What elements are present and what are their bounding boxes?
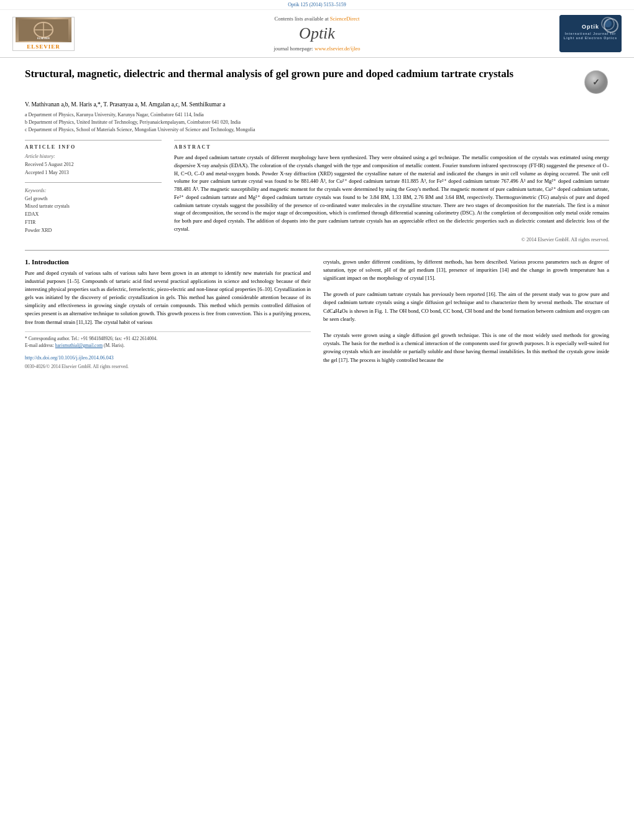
keywords-label: Keywords: xyxy=(25,188,162,193)
issn-text: 0030-4026/© 2014 Elsevier GmbH. All righ… xyxy=(25,364,129,369)
intro-col-left: 1. Introduction Pure and doped crystals … xyxy=(25,258,311,370)
affiliation-c: c Department of Physics, School of Mater… xyxy=(25,126,609,134)
info-divider xyxy=(25,182,162,183)
publisher-logo-area: ELSEVIER ELSEVIER xyxy=(6,15,81,52)
elsevier-logo: ELSEVIER ELSEVIER xyxy=(12,17,75,51)
abstract-section: ABSTRACT Pure and doped cadmium tartrate… xyxy=(174,140,609,242)
section-divider xyxy=(25,250,609,251)
journal-ref-bar: Optik 125 (2014) 5153–5159 xyxy=(0,0,634,10)
history-label: Article history: xyxy=(25,154,162,159)
keyword-1: Gel growth xyxy=(25,195,162,203)
info-dates: Received 5 August 2012 Accepted 1 May 20… xyxy=(25,161,162,177)
affiliations: a Department of Physics, Karunya Univers… xyxy=(25,111,609,134)
authors: V. Mathivanan a,b, M. Haris a,*, T. Pras… xyxy=(25,101,609,108)
article-info-col: ARTICLE INFO Article history: Received 5… xyxy=(25,140,162,242)
header: ELSEVIER ELSEVIER Contents lists availab… xyxy=(0,10,634,58)
doi-section: http://dx.doi.org/10.1016/j.ijleo.2014.0… xyxy=(25,354,311,361)
copyright: © 2014 Elsevier GmbH. All rights reserve… xyxy=(174,237,609,242)
svg-point-10 xyxy=(604,20,612,27)
article-info-abstract: ARTICLE INFO Article history: Received 5… xyxy=(25,140,609,242)
footnote-section: * Corresponding author. Tel.: +91 984184… xyxy=(25,331,311,349)
introduction-section: 1. Introduction Pure and doped crystals … xyxy=(25,258,609,370)
sciencedirect-info: Contents lists available at ScienceDirec… xyxy=(275,16,360,22)
affiliation-a: a Department of Physics, Karunya Univers… xyxy=(25,111,609,119)
intro-text-col2: crystals, grown under different conditio… xyxy=(323,258,609,364)
issn-section: 0030-4026/© 2014 Elsevier GmbH. All righ… xyxy=(25,362,311,369)
article-title: Structural, magnetic, dielectric and the… xyxy=(25,67,578,81)
email-link[interactable]: harismuthial@gmail.com xyxy=(55,343,103,348)
keywords-list: Gel growth Mixed tartrate crystals EDAX … xyxy=(25,195,162,235)
svg-text:Optik: Optik xyxy=(582,24,599,30)
header-center: Contents lists available at ScienceDirec… xyxy=(87,15,547,52)
journal-ref: Optik 125 (2014) 5153–5159 xyxy=(288,2,346,7)
article-content: Structural, magnetic, dielectric and the… xyxy=(0,58,634,379)
footnote-corresponding: * Corresponding author. Tel.: +91 984184… xyxy=(25,335,311,342)
abstract-col: ABSTRACT Pure and doped cadmium tartrate… xyxy=(174,140,609,242)
keyword-4: FTIR xyxy=(25,219,162,227)
article-info-label: ARTICLE INFO xyxy=(25,144,162,150)
article-history: Article history: Received 5 August 2012 … xyxy=(25,154,162,177)
svg-text:Light and Electron Optics: Light and Electron Optics xyxy=(564,36,617,40)
intro-text-col1: Pure and doped crystals of various salts… xyxy=(25,269,311,326)
elsevier-image: ELSEVIER xyxy=(16,17,71,42)
optik-logo-area: Optik International Journal for Light an… xyxy=(553,15,628,52)
intro-heading: 1. Introduction xyxy=(25,258,311,265)
article-info-box: ARTICLE INFO Article history: Received 5… xyxy=(25,140,162,235)
crossmark-icon: ✓ xyxy=(584,70,608,94)
crossmark-badge[interactable]: ✓ xyxy=(584,70,609,95)
homepage-link[interactable]: www.elsevier.de/ijleo xyxy=(315,45,361,52)
svg-text:✓: ✓ xyxy=(592,77,600,87)
article-title-area: Structural, magnetic, dielectric and the… xyxy=(25,67,609,95)
affiliation-b: b Department of Physics, United Institut… xyxy=(25,119,609,126)
received-date: Received 5 August 2012 xyxy=(25,161,162,169)
footnote-email: E-mail address: harismuthial@gmail.com (… xyxy=(25,342,311,349)
svg-point-9 xyxy=(602,17,614,30)
elsevier-text: ELSEVIER xyxy=(27,44,60,50)
page: Optik 125 (2014) 5153–5159 ELSEVIER ELSE… xyxy=(0,0,634,840)
accepted-date: Accepted 1 May 2013 xyxy=(25,169,162,177)
journal-name: Optik xyxy=(299,24,335,43)
email-label: E-mail address: xyxy=(25,343,54,348)
optik-logo: Optik International Journal for Light an… xyxy=(559,15,622,52)
intro-col-right: crystals, grown under different conditio… xyxy=(323,258,609,370)
abstract-text: Pure and doped cadmium tartrate crystals… xyxy=(174,154,609,233)
keyword-2: Mixed tartrate crystals xyxy=(25,203,162,211)
doi-link[interactable]: http://dx.doi.org/10.1016/j.ijleo.2014.0… xyxy=(25,355,114,361)
keywords-section: Keywords: Gel growth Mixed tartrate crys… xyxy=(25,188,162,235)
sciencedirect-link[interactable]: ScienceDirect xyxy=(330,16,360,22)
keyword-5: Powder XRD xyxy=(25,227,162,235)
homepage-info: journal homepage: www.elsevier.de/ijleo xyxy=(273,45,360,52)
svg-text:ELSEVIER: ELSEVIER xyxy=(37,37,50,40)
svg-text:International Journal for: International Journal for xyxy=(565,32,617,35)
abstract-label: ABSTRACT xyxy=(174,144,609,150)
keyword-3: EDAX xyxy=(25,211,162,219)
email-suffix: (M. Haris). xyxy=(104,343,125,348)
